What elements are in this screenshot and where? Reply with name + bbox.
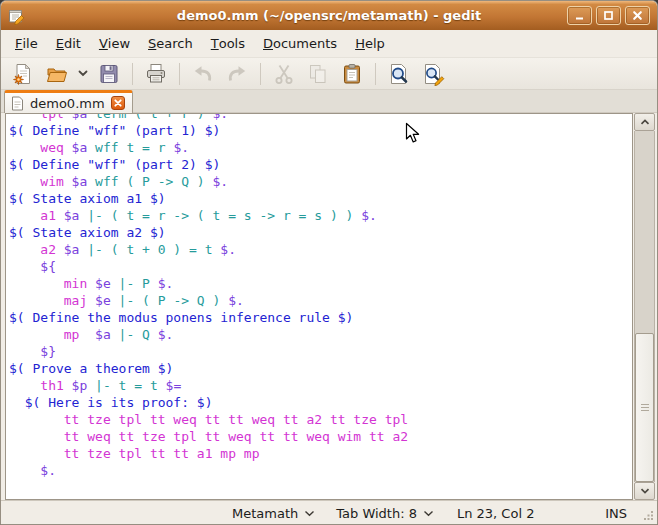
- code-line: a2 $a |- ( t + 0 ) = t $.: [9, 241, 632, 258]
- code-line: maj $e |- ( P -> Q ) $.: [9, 292, 632, 309]
- minimize-icon: [574, 10, 585, 21]
- tab-close-button[interactable]: [111, 96, 125, 110]
- redo-icon: [225, 62, 249, 86]
- gedit-window: demo0.mm (~/opensrc/metamath) - gedit Fi…: [0, 0, 658, 525]
- scrollbar-thumb[interactable]: [635, 333, 654, 482]
- undo-button[interactable]: [187, 60, 219, 88]
- new-document-button[interactable]: [7, 60, 39, 88]
- code-line: weq $a wff t = r $.: [9, 139, 632, 156]
- editor-area: tpl $a term ( t + r ) $.$( Define "wff" …: [1, 113, 657, 500]
- toolbar-separator: [260, 63, 261, 85]
- titlebar[interactable]: demo0.mm (~/opensrc/metamath) - gedit: [1, 1, 657, 30]
- toolbar-separator: [132, 63, 133, 85]
- paste-button[interactable]: [336, 60, 368, 88]
- tab-width-selector[interactable]: Tab Width: 8: [336, 506, 434, 521]
- save-button[interactable]: [93, 60, 125, 88]
- scroll-up-button[interactable]: [634, 113, 655, 131]
- code-line: mp $a |- Q $.: [9, 326, 632, 343]
- window-title: demo0.mm (~/opensrc/metamath) - gedit: [1, 8, 657, 23]
- close-icon: [632, 10, 643, 21]
- redo-button[interactable]: [221, 60, 253, 88]
- minimize-button[interactable]: [567, 6, 592, 25]
- open-folder-icon: [45, 62, 69, 86]
- thumb-grip-icon: [641, 404, 649, 412]
- tabbar: demo0.mm: [1, 90, 657, 113]
- code-line: $.: [9, 462, 632, 479]
- close-button[interactable]: [625, 6, 650, 25]
- code-line: $( State axiom a2 $): [9, 224, 632, 241]
- statusbar: Metamath Tab Width: 8 Ln 23, Col 2 INS: [1, 500, 657, 525]
- code-line: min $e |- P $.: [9, 275, 632, 292]
- document-text: tpl $a term ( t + r ) $.$( Define "wff" …: [6, 113, 632, 479]
- code-line: tt weq tt tze tpl tt weq tt tt weq wim t…: [9, 428, 632, 445]
- new-document-icon: [11, 62, 35, 86]
- scrollbar-trough[interactable]: [634, 131, 655, 482]
- code-line: wim $a wff ( P -> Q ) $.: [9, 173, 632, 190]
- language-selector[interactable]: Metamath: [232, 506, 315, 521]
- menu-tools[interactable]: Tools: [202, 30, 254, 57]
- code-line: $( Prove a theorem $): [9, 360, 632, 377]
- chevron-down-icon: [423, 510, 434, 517]
- code-line: th1 $p |- t = t $=: [9, 377, 632, 394]
- menu-edit[interactable]: Edit: [47, 30, 90, 57]
- scroll-down-button[interactable]: [634, 482, 655, 500]
- cut-icon: [272, 62, 296, 86]
- document-icon: [11, 96, 24, 111]
- find-button[interactable]: [383, 60, 415, 88]
- menu-documents[interactable]: Documents: [254, 30, 346, 57]
- text-editor[interactable]: tpl $a term ( t + r ) $.$( Define "wff" …: [5, 113, 633, 500]
- menubar: FileEditViewSearchToolsDocumentsHelp: [1, 30, 657, 58]
- undo-icon: [191, 62, 215, 86]
- vertical-scrollbar[interactable]: [634, 113, 655, 500]
- cut-button[interactable]: [268, 60, 300, 88]
- code-line: $( Define the modus ponens inference rul…: [9, 309, 632, 326]
- insert-mode-indicator: INS: [605, 506, 627, 521]
- open-button[interactable]: [41, 60, 73, 88]
- resize-grip[interactable]: [643, 508, 654, 523]
- code-line: $( Here is its proof: $): [9, 394, 632, 411]
- window-controls: [567, 6, 657, 25]
- tab-width-label: Tab Width: 8: [336, 506, 417, 521]
- chevron-down-icon: [640, 488, 650, 494]
- code-line: $( State axiom a1 $): [9, 190, 632, 207]
- toolbar: [1, 58, 657, 90]
- replace-button[interactable]: [417, 60, 449, 88]
- gedit-app-icon: [7, 7, 25, 25]
- print-button[interactable]: [140, 60, 172, 88]
- chevron-down-icon: [78, 70, 88, 77]
- toolbar-separator: [375, 63, 376, 85]
- print-icon: [144, 62, 168, 86]
- menu-view[interactable]: View: [90, 30, 139, 57]
- menu-file[interactable]: File: [6, 30, 47, 57]
- close-icon: [114, 99, 122, 107]
- code-line: $}: [9, 343, 632, 360]
- code-line: tt tze tpl tt tt a1 mp mp: [9, 445, 632, 462]
- code-line: tpl $a term ( t + r ) $.: [9, 113, 632, 122]
- save-icon: [97, 62, 121, 86]
- language-label: Metamath: [232, 506, 298, 521]
- code-line: a1 $a |- ( t = r -> ( t = s -> r = s ) )…: [9, 207, 632, 224]
- chevron-up-icon: [640, 119, 650, 125]
- code-line: $( Define "wff" (part 2) $): [9, 156, 632, 173]
- code-line: $( Define "wff" (part 1) $): [9, 122, 632, 139]
- resize-grip-icon: [643, 509, 654, 520]
- open-dropdown-button[interactable]: [75, 60, 91, 88]
- maximize-button[interactable]: [596, 6, 621, 25]
- copy-icon: [306, 62, 330, 86]
- menu-help[interactable]: Help: [346, 30, 394, 57]
- chevron-down-icon: [304, 510, 315, 517]
- find-replace-icon: [421, 62, 445, 86]
- tab-label: demo0.mm: [30, 96, 105, 111]
- code-line: ${: [9, 258, 632, 275]
- tab-demo0mm[interactable]: demo0.mm: [4, 90, 133, 113]
- menu-search[interactable]: Search: [139, 30, 202, 57]
- toolbar-separator: [179, 63, 180, 85]
- paste-icon: [340, 62, 364, 86]
- copy-button[interactable]: [302, 60, 334, 88]
- find-icon: [387, 62, 411, 86]
- cursor-position: Ln 23, Col 2: [457, 506, 534, 521]
- code-line: tt tze tpl tt weq tt tt weq tt a2 tt tze…: [9, 411, 632, 428]
- maximize-icon: [603, 10, 614, 21]
